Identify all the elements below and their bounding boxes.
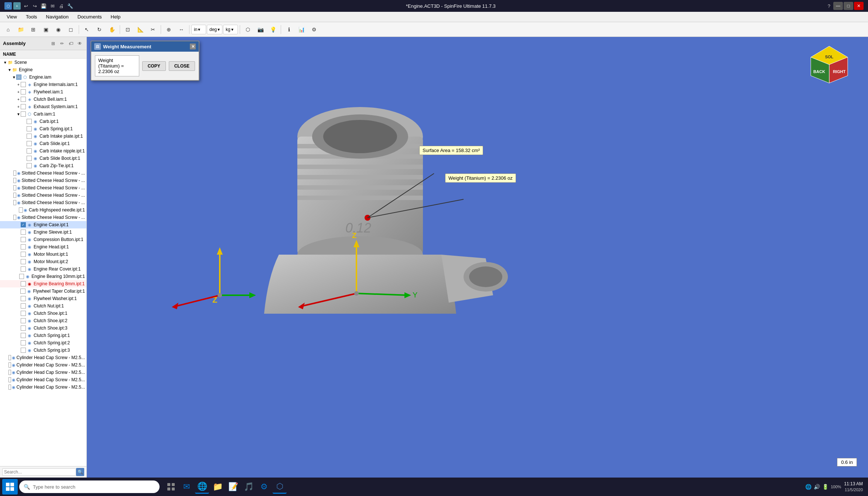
check-box[interactable] <box>27 134 32 139</box>
undo-btn[interactable]: ↩ <box>22 2 30 10</box>
check-box[interactable] <box>19 274 24 279</box>
taskbar-app-browser[interactable]: 🌐 <box>195 480 209 494</box>
list-item[interactable]: ◉ Flywheel Taper Collar.ipt:1 <box>0 287 86 295</box>
list-item[interactable]: ◉ Clutch Shoe.ipt:3 <box>0 324 86 332</box>
wireframe-btn[interactable]: ◻ <box>65 24 77 35</box>
search-input[interactable] <box>2 468 76 476</box>
list-item[interactable]: ◉ Clutch Spring.ipt:1 <box>0 332 86 339</box>
taskbar-app-media[interactable]: 🎵 <box>242 480 256 494</box>
battery-icon[interactable]: 🔋 <box>822 484 828 490</box>
list-item[interactable]: ◉ Carb Slide.ipt:1 <box>0 140 86 147</box>
edit-icon[interactable]: ✏ <box>58 40 66 47</box>
solid-btn[interactable]: ◉ <box>52 24 64 35</box>
check-box[interactable] <box>21 89 26 94</box>
sidebar-search-bar[interactable]: 🔍 <box>0 466 86 478</box>
check-box[interactable] <box>21 266 26 272</box>
tree-toggle[interactable]: + <box>16 90 21 94</box>
tree-toggle[interactable]: ▼ <box>12 75 16 79</box>
task-view-btn[interactable] <box>164 480 178 494</box>
list-item[interactable]: ◉ Carb Highspeed needle.ipt:1 <box>0 206 86 214</box>
tree-toggle[interactable]: ▼ <box>3 60 7 65</box>
mass-units-dropdown[interactable]: kg ▾ <box>223 25 238 34</box>
check-box[interactable] <box>8 385 11 390</box>
list-item[interactable]: ◉ Carb Slide Boot.ipt:1 <box>0 155 86 162</box>
camera-btn[interactable]: 📷 <box>254 24 266 35</box>
start-button[interactable] <box>2 479 18 495</box>
tree-toggle[interactable]: + <box>16 97 21 101</box>
print-btn[interactable]: 🖨 <box>58 2 65 10</box>
analysis-btn[interactable]: 📊 <box>295 24 307 35</box>
maximize-btn[interactable]: □ <box>844 2 853 10</box>
check-box[interactable] <box>21 311 26 316</box>
check-box[interactable] <box>21 348 26 353</box>
minimize-btn[interactable]: — <box>833 2 843 10</box>
tree-toggle[interactable]: + <box>16 104 21 109</box>
assembly-tree[interactable]: ▼ 📁 Scene ▼ 📁 Engine ▼ − ⬡ Engine.iam <box>0 59 86 466</box>
check-box[interactable] <box>21 259 26 264</box>
settings-btn[interactable]: ⚙ <box>308 24 320 35</box>
list-item[interactable]: ◉ Clutch Nut.ipt:1 <box>0 302 86 310</box>
list-item[interactable]: ◉ Flywheel Washer.ipt:1 <box>0 295 86 302</box>
list-item[interactable]: ◉ Cylinder Head Cap Screw - M2.5... <box>0 383 86 391</box>
taskbar-app-notes[interactable]: 📝 <box>226 480 240 494</box>
redo-btn[interactable]: ↪ <box>31 2 38 10</box>
check-box[interactable] <box>27 141 32 146</box>
list-item[interactable]: + ◈ Engine Internals.iam:1 <box>0 81 86 88</box>
list-item[interactable]: ◉ Carb Spring.ipt:1 <box>0 125 86 132</box>
list-item[interactable]: ◉ Cylinder Head Cap Screw - M2.5... <box>0 369 86 376</box>
list-item[interactable]: + ◈ Flywheel.iam:1 <box>0 88 86 96</box>
check-box[interactable] <box>27 163 32 168</box>
grid-icon[interactable]: ⊞ <box>49 40 57 47</box>
tree-item-engine-case[interactable]: ✓ ◉ Engine Case.ipt:1 <box>0 221 86 228</box>
volume-icon[interactable]: 🔊 <box>814 484 820 490</box>
taskbar-app-explorer[interactable]: 📁 <box>211 480 225 494</box>
tray-time[interactable]: 11:13 AM 11/5/2020 <box>844 481 863 493</box>
check-box[interactable] <box>13 200 16 205</box>
search-button[interactable]: 🔍 <box>76 468 84 476</box>
list-item[interactable]: ◉ Engine Head.ipt:1 <box>0 243 86 251</box>
open-btn[interactable]: 📁 <box>15 24 27 35</box>
view-cube-btn[interactable]: ⬡ <box>242 24 254 35</box>
check-box[interactable] <box>8 355 11 360</box>
menu-navigation[interactable]: Navigation <box>42 13 72 21</box>
check-box[interactable] <box>21 340 26 345</box>
copy-button[interactable]: COPY <box>142 61 166 71</box>
check-box[interactable] <box>21 104 26 109</box>
list-item[interactable]: ◉ Slotted Cheese Head Screw - ... <box>0 184 86 192</box>
tree-toggle[interactable]: ▼ <box>16 112 21 116</box>
save-btn[interactable]: 💾 <box>40 2 47 10</box>
viewport-3d[interactable]: 0.12 Z Y Z <box>87 37 868 478</box>
tree-item-scene[interactable]: ▼ 📁 Scene <box>0 59 86 66</box>
list-item[interactable]: ◉ Clutch Shoe.ipt:1 <box>0 310 86 317</box>
taskbar-app-settings[interactable]: ⚙ <box>257 480 271 494</box>
list-item[interactable]: ◉ Carb intake nipple.ipt:1 <box>0 147 86 155</box>
check-box[interactable] <box>27 119 32 124</box>
check-box[interactable] <box>21 111 26 117</box>
menu-tools[interactable]: Tools <box>22 13 41 21</box>
list-item[interactable]: ◉ Clutch Spring.ipt:2 <box>0 339 86 347</box>
list-item[interactable]: ◉ Slotted Cheese Head Screw - ... <box>0 177 86 184</box>
network-icon[interactable]: 🌐 <box>805 484 811 490</box>
dialog-close-icon[interactable]: ✕ <box>190 44 196 49</box>
check-box[interactable] <box>20 289 25 294</box>
check-box[interactable] <box>13 178 16 183</box>
light-btn[interactable]: 💡 <box>267 24 279 35</box>
axis-btn[interactable]: ⊕ <box>163 24 175 35</box>
list-item[interactable]: ◉ Carb Intake plate.ipt:1 <box>0 132 86 140</box>
eye-icon[interactable]: 👁 <box>76 40 83 47</box>
list-item[interactable]: ◉ Cylinder Head Cap Screw - M2.5... <box>0 354 86 361</box>
list-item[interactable]: ◉ Clutch Shoe.ipt:2 <box>0 317 86 324</box>
angle-units-dropdown[interactable]: deg ▾ <box>207 25 222 34</box>
tree-toggle[interactable]: + <box>16 82 21 87</box>
dimension-btn[interactable]: ↔ <box>175 24 187 35</box>
check-box[interactable]: ✓ <box>21 222 26 227</box>
list-item[interactable]: ◉ Compression Button.ipt:1 <box>0 236 86 243</box>
tag-icon[interactable]: 🏷 <box>67 40 75 47</box>
check-box[interactable] <box>21 318 26 323</box>
email-btn[interactable]: ✉ <box>49 2 56 10</box>
check-box[interactable] <box>27 156 32 161</box>
check-box[interactable] <box>21 252 26 257</box>
fit-btn[interactable]: ⊡ <box>122 24 134 35</box>
list-item[interactable]: ◉ Slotted Cheese Head Screw - ... <box>0 169 86 177</box>
check-box[interactable] <box>21 303 26 309</box>
